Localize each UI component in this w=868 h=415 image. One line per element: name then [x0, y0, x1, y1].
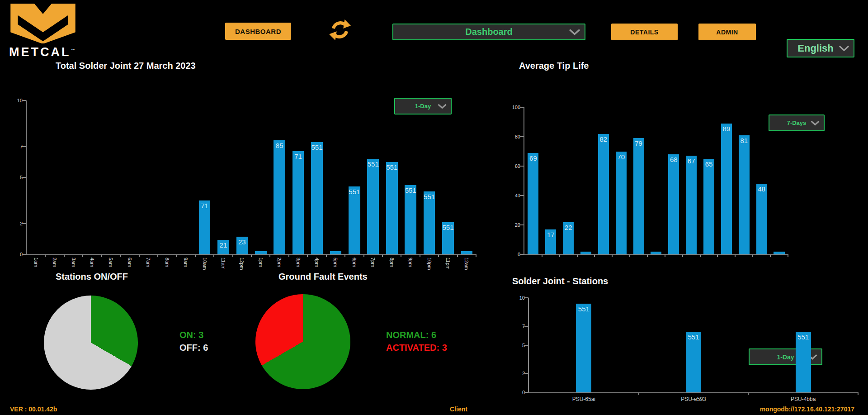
brand-logo: METCAL™ — [9, 4, 77, 59]
x-tick: 3am — [64, 254, 83, 270]
x-axis: 1am2am3am4am5am6am7am8am9am10am11am12pm1… — [27, 254, 476, 270]
x-tick: 6pm — [345, 254, 363, 270]
details-button[interactable]: DETAILS — [611, 24, 678, 40]
bar-value-label: 82 — [600, 135, 608, 143]
x-tick-label: 11am — [221, 258, 226, 270]
x-tick: 4am — [83, 254, 101, 270]
bar-value-label: 21 — [220, 241, 227, 249]
bar-slot — [45, 100, 64, 254]
bar: 69 — [528, 153, 538, 254]
x-tick: 8pm — [382, 254, 401, 270]
x-tick-label: 4am — [90, 258, 95, 270]
bar-slot: 71 — [289, 100, 307, 254]
bar-value-label: 551 — [797, 333, 809, 341]
bar-value-label: 551 — [349, 188, 360, 196]
y-tick-mark — [520, 107, 524, 108]
bar-slot — [158, 100, 176, 254]
bar-value-label: 81 — [740, 137, 748, 144]
y-tick-mark — [520, 254, 524, 255]
admin-button[interactable]: ADMIN — [698, 24, 756, 40]
x-tick-label: 2pm — [277, 258, 282, 270]
y-tick-mark — [524, 373, 528, 374]
bar-slot: 67 — [683, 107, 700, 254]
bar: 551 — [796, 332, 811, 392]
chevron-down-icon — [839, 45, 849, 52]
bar — [580, 252, 591, 255]
bar: 551 — [405, 185, 416, 254]
y-axis: 025710 — [7, 100, 23, 254]
bar-slot: 551 — [529, 298, 639, 392]
x-tick: PSU-e593 — [639, 392, 749, 402]
average-tip-life-title: Average Tip Life — [519, 61, 589, 71]
chevron-down-icon — [569, 29, 580, 35]
brand-name: METCAL™ — [9, 45, 77, 59]
bar-slot — [577, 107, 595, 254]
bar — [255, 251, 267, 254]
y-tick-label: 100 — [512, 105, 520, 110]
bar-slot: 23 — [233, 100, 251, 254]
bar-value-label: 551 — [311, 143, 323, 151]
x-tick-label: 7pm — [370, 258, 376, 270]
bar-slot — [102, 100, 120, 254]
average-tip-life-plot: 020406080100 691722827079686765898148 — [524, 107, 788, 255]
x-tick-label: 6pm — [352, 258, 357, 270]
bar-value-label: 65 — [705, 160, 713, 168]
x-tick: 5am — [102, 254, 120, 270]
legend-item: ON: 3 — [179, 329, 208, 341]
bar: 67 — [686, 156, 697, 254]
x-tick: 2am — [45, 254, 64, 270]
bar-slot: 551 — [748, 298, 858, 392]
refresh-button[interactable] — [329, 18, 351, 42]
total-solder-joint-title: Total Solder Joint 27 March 2023 — [56, 61, 196, 71]
bar: 82 — [598, 134, 609, 255]
bar-slot: 551 — [401, 100, 420, 254]
dashboard-button[interactable]: DASHBOARD — [225, 23, 291, 40]
bar: 22 — [563, 222, 574, 255]
bar-value-label: 551 — [578, 305, 590, 313]
bar-value-label: 551 — [386, 163, 397, 171]
bar-slot: 551 — [382, 100, 401, 254]
y-tick-mark — [22, 254, 26, 255]
x-tick-label: 8pm — [389, 258, 395, 270]
bar-value-label: 85 — [276, 142, 283, 149]
x-tick: 8am — [158, 254, 176, 270]
legend-item: NORMAL: 6 — [386, 329, 447, 341]
bar: 551 — [576, 304, 591, 392]
bar: 85 — [274, 140, 285, 254]
bar: 551 — [386, 162, 398, 254]
bar-slot: 81 — [735, 107, 753, 254]
y-tick-mark — [520, 166, 524, 167]
y-tick-mark — [520, 195, 524, 196]
bar — [651, 252, 661, 255]
y-tick-mark — [524, 345, 528, 346]
solder-joint-stations-plot: 025710 551551551 PSU-65aiPSU-e593PSU-4bb… — [528, 298, 858, 393]
page-select-value: Dashboard — [465, 27, 512, 37]
bar-value-label: 67 — [688, 157, 695, 165]
bar: 551 — [686, 332, 701, 392]
y-tick-mark — [22, 177, 26, 178]
y-tick-mark — [524, 326, 528, 327]
x-tick-label: PSU-65ai — [572, 396, 595, 402]
bar: 70 — [616, 152, 627, 255]
bar: 89 — [721, 124, 732, 254]
bar: 551 — [311, 142, 323, 254]
ground-fault-events-legend: NORMAL: 6ACTIVATED: 3 — [386, 329, 447, 354]
page-select[interactable]: Dashboard — [392, 24, 585, 40]
solder-joint-stations-title: Solder Joint - Stations — [512, 276, 608, 286]
bar-value-label: 551 — [405, 186, 416, 194]
bar-value-label: 79 — [635, 139, 642, 147]
bar-value-label: 69 — [529, 154, 537, 162]
language-select[interactable]: English — [787, 39, 854, 57]
total-solder-joint-plot: 025710 7121238571551551551551551551551 1… — [26, 100, 476, 255]
bar: 551 — [349, 186, 360, 254]
ground-fault-events-pie — [255, 294, 350, 389]
bar-value-label: 71 — [201, 202, 208, 210]
bar: 551 — [367, 159, 379, 254]
bar: 551 — [442, 222, 454, 254]
x-tick-label: 12am — [464, 258, 469, 270]
y-tick-mark — [524, 392, 528, 393]
y-tick-mark — [524, 297, 528, 298]
y-axis: 025710 — [509, 298, 525, 392]
bar — [330, 251, 342, 254]
bar-value-label: 551 — [424, 193, 435, 200]
